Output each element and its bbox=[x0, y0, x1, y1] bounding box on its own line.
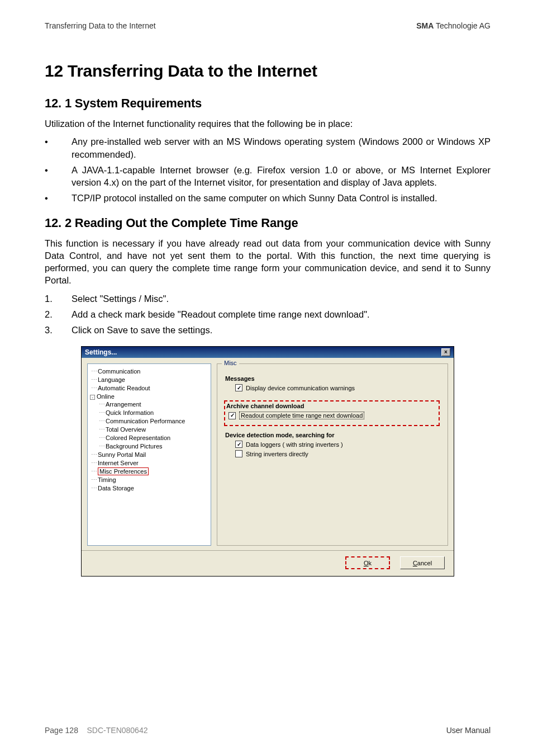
header-left: Transferring Data to the Internet bbox=[45, 21, 156, 30]
readout-complete-label: Readout complete time range next downloa… bbox=[239, 412, 364, 419]
tree-item-language[interactable]: Language bbox=[98, 376, 125, 383]
tree-item-timing[interactable]: Timing bbox=[98, 476, 116, 483]
tree-collapse-icon[interactable]: - bbox=[90, 395, 95, 400]
header-right: SMA Technologie AG bbox=[416, 21, 491, 30]
data-loggers-checkbox[interactable] bbox=[235, 441, 242, 448]
close-icon[interactable]: × bbox=[441, 348, 450, 356]
archive-heading: Archive channel download bbox=[226, 403, 435, 409]
groupbox-title: Misc bbox=[222, 360, 239, 366]
tree-item-internet-server[interactable]: Internet Server bbox=[98, 460, 139, 466]
messages-heading: Messages bbox=[225, 375, 440, 382]
section-1-bullets: •Any pre-installed web server with an MS… bbox=[45, 135, 491, 204]
tree-item-colored-representation[interactable]: Colored Representation bbox=[106, 434, 170, 441]
tree-item-quick-information[interactable]: Quick Information bbox=[106, 409, 154, 416]
page-title: 12 Transferring Data to the Internet bbox=[45, 62, 491, 81]
page-number: Page 128 bbox=[45, 726, 78, 735]
step-text: Select "Settings / Misc". bbox=[72, 292, 491, 305]
step-text: Click on Save to save the settings. bbox=[72, 324, 491, 336]
tree-item-sunny-portal-mail[interactable]: Sunny Portal Mail bbox=[98, 451, 146, 458]
footer-right: User Manual bbox=[446, 726, 491, 735]
misc-groupbox: Misc Messages Display device communicati… bbox=[217, 363, 448, 546]
ok-button[interactable]: Ok bbox=[345, 556, 390, 569]
doc-id: SDC-TEN080642 bbox=[87, 726, 148, 735]
step-text: Add a check mark beside "Readout complet… bbox=[72, 308, 491, 320]
settings-dialog: Settings... × ⋯Communication ⋯Language ⋯… bbox=[81, 346, 454, 577]
cancel-button[interactable]: Cancel bbox=[400, 556, 445, 569]
archive-highlight: Archive channel download Readout complet… bbox=[224, 400, 440, 426]
dialog-titlebar[interactable]: Settings... × bbox=[82, 347, 454, 358]
tree-item-misc-preferences[interactable]: Misc Preferences bbox=[98, 467, 149, 475]
tree-item-online[interactable]: Online bbox=[97, 393, 115, 400]
bullet-text: Any pre-installed web server with an MS … bbox=[72, 135, 491, 160]
section-2-heading: 12. 2 Reading Out the Complete Time Rang… bbox=[45, 216, 491, 230]
detection-heading: Device detection mode, searching for bbox=[225, 432, 440, 438]
display-warnings-label: Display device communication warnings bbox=[246, 385, 355, 391]
bullet-text: TCP/IP protocol installed on the same co… bbox=[72, 192, 491, 204]
string-inverters-label: String inverters directly bbox=[246, 451, 308, 457]
settings-tree[interactable]: ⋯Communication ⋯Language ⋯Automatic Read… bbox=[87, 363, 211, 546]
tree-item-communication[interactable]: Communication bbox=[98, 368, 140, 375]
tree-item-communication-performance[interactable]: Communication Performance bbox=[106, 418, 185, 424]
tree-item-total-overview[interactable]: Total Overview bbox=[106, 426, 146, 433]
dialog-title: Settings... bbox=[85, 348, 117, 356]
section-2-intro: This function is necessary if you have a… bbox=[45, 237, 491, 287]
section-2-steps: 1.Select "Settings / Misc". 2.Add a chec… bbox=[45, 292, 491, 337]
tree-item-data-storage[interactable]: Data Storage bbox=[98, 485, 134, 492]
string-inverters-checkbox[interactable] bbox=[235, 450, 242, 457]
readout-complete-checkbox[interactable] bbox=[229, 412, 236, 419]
display-warnings-checkbox[interactable] bbox=[235, 384, 242, 391]
data-loggers-label: Data loggers ( with string inverters ) bbox=[246, 441, 343, 448]
tree-item-background-pictures[interactable]: Background Pictures bbox=[106, 443, 163, 450]
tree-item-automatic-readout[interactable]: Automatic Readout bbox=[98, 385, 150, 391]
tree-item-arrangement[interactable]: Arrangement bbox=[106, 401, 141, 408]
section-1-heading: 12. 1 System Requirements bbox=[45, 96, 491, 111]
section-1-intro: Utilization of the Internet functionalit… bbox=[45, 117, 491, 130]
bullet-text: A JAVA-1.1-capable Internet browser (e.g… bbox=[72, 164, 491, 189]
